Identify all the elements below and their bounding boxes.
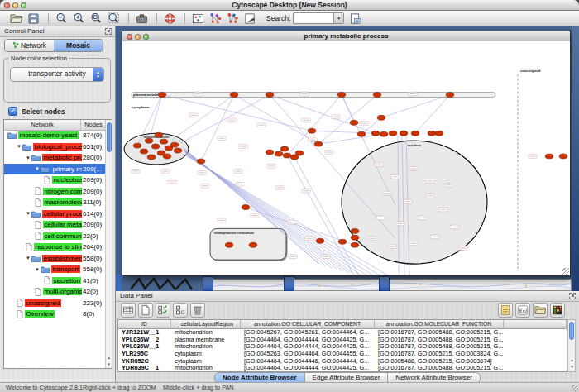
- matrix-icon[interactable]: [550, 303, 565, 318]
- open-icon[interactable]: [8, 12, 24, 25]
- select-nodes-label: Select nodes: [22, 108, 65, 116]
- table-row[interactable]: YPL036W__2plasma membrane[GO:0044464, GO…: [118, 337, 567, 344]
- expand-arrow-icon[interactable]: ▼: [35, 267, 40, 272]
- tree-row[interactable]: nucleobase-c209(0): [4, 174, 105, 186]
- scroll-down-icon[interactable]: ▼: [569, 364, 575, 370]
- tree-row[interactable]: Overview8(0): [4, 308, 105, 320]
- search-box[interactable]: ▼: [293, 12, 344, 24]
- file-icon: [44, 176, 50, 184]
- help-icon[interactable]: [162, 12, 178, 25]
- save-icon[interactable]: [26, 12, 41, 25]
- scroll-down-icon[interactable]: ▼: [106, 361, 112, 368]
- window-resize-grip[interactable]: [562, 268, 569, 275]
- tree-row-label: unassigned: [25, 299, 61, 307]
- snapshot-icon[interactable]: [134, 12, 150, 25]
- attribute-table-icon[interactable]: [121, 303, 136, 318]
- search-dropdown-arrow[interactable]: ▼: [333, 13, 343, 23]
- table-scrollbar[interactable]: ▲ ▼: [567, 319, 576, 372]
- attribute-list-icon[interactable]: [498, 303, 513, 318]
- table-cell: mitochondrion: [171, 329, 241, 337]
- table-cell: YPL036W__2: [118, 337, 171, 344]
- float-panel-icon[interactable]: [105, 28, 112, 35]
- table-header[interactable]: annotation.GO CELLULAR_COMPONENT: [241, 320, 375, 329]
- file-icon: [35, 198, 41, 207]
- tree-row[interactable]: multi-organism pro42(0): [4, 286, 105, 298]
- control-panel-tabs: Network Mosaic ▶: [4, 39, 103, 52]
- tree-row-node-count: 22(0): [83, 231, 98, 242]
- birdseye-icon[interactable]: [190, 12, 206, 25]
- float-panel-icon[interactable]: [569, 293, 576, 299]
- table-cell: [GO:0045267, GO:0045261, GO:0044464, G..…: [241, 329, 375, 337]
- zoom-out-icon[interactable]: [54, 12, 69, 25]
- tab-network[interactable]: Network: [5, 40, 54, 51]
- table-cell: [GO:0044464, GO:0044444, GO:0044425, G..…: [241, 365, 375, 372]
- file-icon: [35, 221, 41, 229]
- table-row[interactable]: YDR039C__1mitochondrion[GO:0044464, GO:0…: [118, 365, 567, 372]
- select-attributes-icon[interactable]: [156, 303, 170, 318]
- search-config-icon[interactable]: [347, 12, 363, 25]
- zoom-fit-icon[interactable]: [89, 12, 104, 25]
- tree-row-label: cell communicat: [43, 232, 82, 240]
- expand-arrow-icon[interactable]: ▼: [17, 144, 22, 149]
- tree-row[interactable]: secretion41(0): [4, 275, 105, 287]
- select-nodes-checkbox[interactable]: ✓: [8, 107, 17, 116]
- table-header[interactable]: _cellularLayoutRegion: [171, 320, 241, 329]
- folder-icon: [31, 154, 41, 161]
- svg-text:unassigned: unassigned: [520, 69, 541, 73]
- unselect-attributes-icon[interactable]: [173, 303, 188, 318]
- tree-row[interactable]: response to stimulu264(0): [4, 241, 105, 253]
- tree-row[interactable]: ▼primary metabol209(...: [4, 164, 105, 175]
- tree-row[interactable]: ▼cellular process614(0): [4, 208, 105, 220]
- tree-column-network[interactable]: Network: [4, 120, 81, 130]
- table-row[interactable]: YPL036W__1mitochondrion[GO:0044464, GO:0…: [118, 343, 567, 351]
- network-canvas[interactable]: plasma membranecytoplasmnucleusmitochond…: [122, 41, 570, 275]
- expand-arrow-icon[interactable]: ▼: [26, 155, 31, 160]
- app-resize-grip[interactable]: [572, 385, 578, 391]
- table-header-filler: [504, 320, 567, 329]
- table-row[interactable]: YLR295Ccytoplasm[GO:0045263, GO:0044464,…: [118, 351, 567, 358]
- table-row[interactable]: YJR121W__1mitochondrion[GO:0045267, GO:0…: [118, 329, 567, 337]
- table-cell: [GO:0016787, GO:0005215, GO:0003824, G..…: [375, 351, 504, 358]
- search-input[interactable]: [294, 13, 331, 23]
- layout-b-icon[interactable]: [225, 12, 241, 25]
- expand-arrow-icon[interactable]: ▼: [26, 211, 31, 216]
- expand-arrow-icon[interactable]: ▼: [26, 256, 31, 261]
- tree-row[interactable]: mosaic-demo-yeast874(0): [4, 130, 105, 141]
- table-cell: [GO:0045263, GO:0044464, GO:0044455, G..…: [241, 351, 375, 358]
- tree-row-node-count: 311(0): [83, 197, 102, 208]
- scroll-up-icon[interactable]: ▲: [106, 355, 112, 361]
- delete-attribute-icon[interactable]: [190, 303, 205, 318]
- zoom-in-icon[interactable]: [71, 12, 87, 25]
- tree-row-node-count: 264(0): [83, 241, 102, 253]
- node-color-dropdown[interactable]: transporter activity ▲▼: [10, 67, 104, 82]
- tree-row-node-count: 558(0): [83, 253, 102, 265]
- tree-row[interactable]: unassigned223(0): [4, 298, 105, 309]
- new-attribute-icon[interactable]: [138, 303, 153, 318]
- tree-row[interactable]: nitrogen compo209(0): [4, 186, 105, 198]
- status-zoom-hint: Right-click + drag to ZOOM: [83, 383, 156, 392]
- function-builder-icon[interactable]: f(x): [515, 303, 530, 318]
- tree-row[interactable]: macromolecule311(0): [4, 197, 105, 208]
- tree-column-nodes[interactable]: Nodes: [81, 120, 106, 130]
- layout-a-icon[interactable]: [208, 12, 223, 25]
- scroll-up-icon[interactable]: ▲: [569, 357, 575, 364]
- tab-mosaic[interactable]: Mosaic: [54, 40, 103, 51]
- tree-row-label: macromolecule: [43, 198, 82, 206]
- import-attributes-icon[interactable]: [533, 303, 548, 318]
- tree-row[interactable]: cell communicat22(0): [4, 231, 105, 242]
- tree-row[interactable]: cellular metabol209(0): [4, 219, 105, 231]
- tree-row[interactable]: ▼establishment of lo558(0): [4, 253, 105, 265]
- table-row[interactable]: YKR052Ccytoplasm[GO:0044464, GO:0044446,…: [118, 358, 567, 366]
- expand-arrow-icon[interactable]: ▼: [35, 166, 40, 171]
- tree-row[interactable]: ▼metabolic process280(0): [4, 152, 105, 164]
- annotation-icon[interactable]: [242, 12, 258, 25]
- folder-icon: [31, 255, 41, 262]
- table-cell: [GO:0016787, GO:0005488, GO:0005215, G..…: [375, 365, 504, 372]
- tree-row[interactable]: ▼biological_process651(0): [4, 141, 105, 153]
- tree-scrollbar[interactable]: ▲ ▼: [105, 120, 112, 368]
- tree-row[interactable]: ▼transport558(0): [4, 264, 105, 275]
- table-header[interactable]: ID: [118, 320, 171, 329]
- table-cell: [GO:0044464, GO:0044444, GO:0044425, G..…: [241, 337, 375, 344]
- table-header[interactable]: annotation.GO MOLECULAR_FUNCTION: [375, 320, 504, 329]
- zoom-selected-icon[interactable]: [106, 12, 122, 25]
